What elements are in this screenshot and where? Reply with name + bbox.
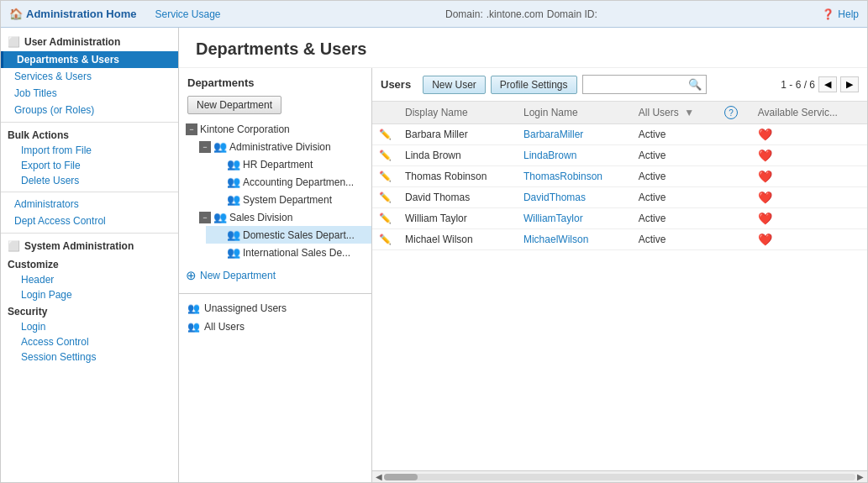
users-table: Display Name Login Name All Users ▼ ? bbox=[372, 102, 867, 250]
sidebar-item-access-control[interactable]: Access Control bbox=[1, 334, 178, 349]
domain-value: .kintone.com bbox=[487, 8, 544, 20]
col-edit bbox=[372, 102, 398, 124]
dept-row-hr[interactable]: 👥 HR Department bbox=[206, 155, 371, 173]
edit-icon[interactable]: ✏️ bbox=[379, 234, 392, 245]
home-icon: 🏠 bbox=[9, 8, 23, 20]
brand-label: Administration Home bbox=[26, 8, 136, 20]
sidebar-item-delete-users[interactable]: Delete Users bbox=[1, 173, 178, 188]
dept-node-kintone: − Kintone Corporation − 👥 Administrative bbox=[179, 121, 371, 261]
page-title: Departments & Users bbox=[179, 28, 867, 68]
sidebar-item-session-settings[interactable]: Session Settings bbox=[1, 349, 178, 365]
search-button[interactable]: 🔍 bbox=[684, 76, 706, 93]
search-input[interactable] bbox=[583, 76, 684, 93]
cell-login-name[interactable]: WilliamTaylor bbox=[517, 208, 632, 229]
cell-login-name[interactable]: DavidThomas bbox=[517, 187, 632, 208]
dept-group-icon: 👥 bbox=[213, 140, 227, 153]
cell-display-name: Michael Wilson bbox=[398, 229, 517, 250]
dept-row-domestic[interactable]: 👥 Domestic Sales Depart... bbox=[206, 226, 371, 244]
sidebar-item-login[interactable]: Login bbox=[1, 319, 178, 334]
users-panel: Users New User Profile Settings 🔍 1 - 6 … bbox=[372, 68, 867, 482]
bulk-actions-title: Bulk Actions bbox=[1, 126, 178, 143]
cell-login-name[interactable]: BarbaraMiller bbox=[517, 124, 632, 145]
user-admin-icon: ⬜ bbox=[8, 36, 20, 48]
cell-status: Active bbox=[632, 187, 718, 208]
customize-title: Customize bbox=[1, 255, 178, 272]
sidebar-item-import[interactable]: Import from File bbox=[1, 143, 178, 158]
dept-toggle-kintone[interactable]: − bbox=[186, 123, 197, 135]
col-all-users[interactable]: All Users ▼ bbox=[632, 102, 718, 124]
dept-row-unassigned[interactable]: 👥 Unassigned Users bbox=[179, 299, 371, 318]
cell-service: ❤️ bbox=[751, 145, 867, 166]
edit-icon[interactable]: ✏️ bbox=[379, 150, 392, 161]
col-help[interactable]: ? bbox=[718, 102, 751, 124]
dept-row-kintone[interactable]: − Kintone Corporation bbox=[179, 121, 371, 138]
sidebar: ⬜ User Administration Departments & User… bbox=[1, 28, 179, 482]
add-new-department-link[interactable]: ⊕ New Department bbox=[179, 265, 371, 286]
help-link[interactable]: ❓ Help bbox=[822, 8, 859, 20]
unassigned-icon: 👥 bbox=[187, 302, 200, 314]
profile-settings-button[interactable]: Profile Settings bbox=[491, 76, 577, 94]
security-title: Security bbox=[1, 302, 178, 319]
scrollbar-thumb[interactable] bbox=[384, 474, 418, 480]
new-user-button[interactable]: New User bbox=[423, 76, 486, 94]
help-icon[interactable]: ? bbox=[724, 106, 738, 119]
sidebar-item-departments-users[interactable]: Departments & Users bbox=[1, 51, 178, 68]
cell-display-name: David Thomas bbox=[398, 187, 517, 208]
cell-service: ❤️ bbox=[751, 166, 867, 187]
cell-help bbox=[718, 124, 751, 145]
dept-row-international[interactable]: 👥 International Sales De... bbox=[206, 244, 371, 261]
dept-row-accounting[interactable]: 👥 Accounting Departmen... bbox=[206, 173, 371, 191]
cell-help bbox=[718, 166, 751, 187]
edit-icon[interactable]: ✏️ bbox=[379, 213, 392, 224]
cell-login-name[interactable]: LindaBrown bbox=[517, 145, 632, 166]
sidebar-item-dept-access[interactable]: Dept Access Control bbox=[1, 213, 178, 229]
dept-toggle-sales-div[interactable]: − bbox=[199, 212, 211, 223]
dept-sales-icon: 👥 bbox=[213, 211, 227, 223]
user-admin-section-title: ⬜ User Administration bbox=[1, 33, 178, 51]
dept-toggle-admin-div[interactable]: − bbox=[199, 141, 211, 153]
cell-login-name[interactable]: ThomasRobinson bbox=[517, 166, 632, 187]
cell-login-name[interactable]: MichaelWilson bbox=[517, 229, 632, 250]
edit-icon[interactable]: ✏️ bbox=[379, 129, 392, 140]
cell-help bbox=[718, 145, 751, 166]
search-box: 🔍 bbox=[582, 75, 707, 94]
cell-status: Active bbox=[632, 166, 718, 187]
sidebar-item-header[interactable]: Header bbox=[1, 272, 178, 287]
pagination-label: 1 - 6 / 6 bbox=[781, 79, 815, 91]
scrollbar-track[interactable] bbox=[384, 474, 855, 480]
scroll-left-icon[interactable]: ◀ bbox=[374, 472, 384, 481]
sidebar-item-groups-roles[interactable]: Groups (or Roles) bbox=[1, 102, 178, 118]
dept-system-icon: 👥 bbox=[227, 193, 240, 206]
dept-international-icon: 👥 bbox=[227, 246, 240, 259]
dept-row-sales-div[interactable]: − 👥 Sales Division bbox=[192, 208, 371, 226]
domain-id-label: Domain ID: bbox=[547, 8, 597, 20]
dept-row-system[interactable]: 👥 System Department bbox=[206, 191, 371, 208]
sidebar-item-export[interactable]: Export to File bbox=[1, 158, 178, 173]
horizontal-scrollbar[interactable]: ◀ ▶ bbox=[372, 470, 867, 482]
next-page-button[interactable]: ▶ bbox=[840, 76, 859, 92]
sidebar-item-administrators[interactable]: Administrators bbox=[1, 196, 178, 213]
admin-home-link[interactable]: 🏠 Administration Home bbox=[9, 8, 136, 20]
cell-display-name: Thomas Robinson bbox=[398, 166, 517, 187]
scroll-right-icon[interactable]: ▶ bbox=[855, 472, 865, 481]
cell-status: Active bbox=[632, 124, 718, 145]
sidebar-item-login-page[interactable]: Login Page bbox=[1, 287, 178, 302]
new-department-button[interactable]: New Department bbox=[187, 96, 281, 114]
service-usage-link[interactable]: Service Usage bbox=[155, 8, 220, 20]
pagination: 1 - 6 / 6 ◀ ▶ bbox=[781, 76, 859, 92]
heart-icon: ❤️ bbox=[758, 170, 772, 183]
sidebar-item-job-titles[interactable]: Job Titles bbox=[1, 85, 178, 102]
edit-icon[interactable]: ✏️ bbox=[379, 192, 392, 203]
sidebar-item-services-users[interactable]: Services & Users bbox=[1, 68, 178, 85]
plus-icon: ⊕ bbox=[186, 268, 197, 283]
prev-page-button[interactable]: ◀ bbox=[818, 76, 837, 92]
heart-icon: ❤️ bbox=[758, 233, 772, 246]
cell-help bbox=[718, 229, 751, 250]
dept-row-admin-div[interactable]: − 👥 Administrative Division bbox=[192, 138, 371, 155]
dept-row-all-users[interactable]: 👥 All Users bbox=[179, 318, 371, 336]
edit-icon[interactable]: ✏️ bbox=[379, 171, 392, 182]
table-row: ✏️ Linda Brown LindaBrown Active ❤️ bbox=[372, 145, 867, 166]
heart-icon: ❤️ bbox=[758, 191, 772, 204]
departments-title: Departments bbox=[179, 76, 371, 96]
col-login-name: Login Name bbox=[517, 102, 632, 124]
